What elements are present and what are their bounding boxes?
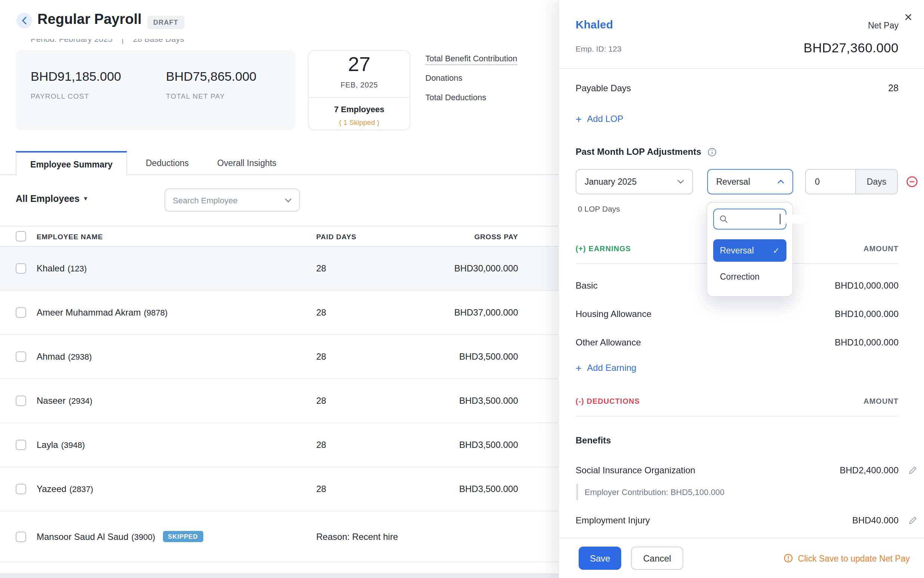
employee-id: (3900)	[131, 532, 156, 541]
bottom-scroll-strip[interactable]	[0, 573, 558, 578]
lop-adjustment-controls: January 2025 Reversal Days	[575, 169, 898, 195]
save-button[interactable]: Save	[579, 547, 622, 570]
deduction-amount: BHD40.000	[852, 515, 898, 526]
deductions-amount-label: AMOUNT	[864, 397, 898, 416]
dropdown-search-input[interactable]	[733, 214, 807, 224]
chevron-left-icon	[22, 16, 27, 25]
earning-label: Housing Allowance	[575, 309, 652, 319]
skipped-count: ( 1 Skipped )	[309, 118, 410, 127]
adjustment-type-select[interactable]: Reversal	[707, 169, 793, 195]
row-checkbox[interactable]	[16, 531, 26, 542]
paid-days: 28	[316, 484, 406, 494]
total-net-pay-label: TOTAL NET PAY	[166, 92, 256, 100]
net-pay-label: Net Pay	[868, 21, 898, 30]
drawer-footer: Save Cancel Click Save to update Net Pay	[559, 537, 924, 578]
dropdown-option-reversal[interactable]: Reversal ✓	[713, 239, 786, 262]
row-checkbox[interactable]	[16, 440, 26, 450]
table-row[interactable]: Naseer(2934) 28 BHD3,500.000	[0, 379, 558, 423]
app: Period: February 2025 | 28 Base Days Reg…	[0, 0, 924, 578]
payroll-summary-card: BHD91,185.000 PAYROLL COST BHD75,865.000…	[16, 50, 295, 130]
employee-name[interactable]: Ahmad	[37, 351, 65, 362]
chevron-up-icon	[778, 179, 784, 184]
lop-section-title: Past Month LOP Adjustments	[575, 143, 898, 161]
status-badge: DRAFT	[147, 16, 184, 29]
employee-name-link[interactable]: Khaled	[575, 18, 613, 31]
tab-deductions[interactable]: Deductions	[146, 151, 189, 174]
table-row[interactable]: Yazeed(2837) 28 BHD3,500.000	[0, 468, 558, 511]
edit-icon[interactable]	[908, 466, 917, 477]
employee-name[interactable]: Yazeed	[37, 484, 66, 494]
page-title: Regular Payroll	[37, 11, 142, 28]
edit-icon[interactable]	[908, 516, 917, 527]
info-icon[interactable]	[707, 147, 717, 157]
table-row[interactable]: Khaled(123) 28 BHD30,000.000	[0, 247, 558, 291]
employee-name[interactable]: Khaled	[37, 263, 65, 274]
row-checkbox[interactable]	[16, 263, 26, 274]
earning-amount: BHD10,000.000	[835, 337, 898, 348]
pay-date-day: 27	[309, 55, 410, 75]
back-button[interactable]	[16, 13, 32, 28]
table-row[interactable]: Ameer Muhammad Akram(9878) 28 BHD37,000.…	[0, 291, 558, 335]
employee-filter-dropdown[interactable]: All Employees▾	[16, 194, 87, 204]
row-checkbox[interactable]	[16, 307, 26, 318]
tab-employee-summary[interactable]: Employee Summary	[16, 151, 127, 176]
employee-id: (123)	[68, 264, 87, 273]
dropdown-search-box[interactable]	[713, 209, 786, 229]
gross-pay: BHD37,000.000	[406, 307, 518, 318]
deduction-row: Social Insurance Organization BHD2,400.0…	[575, 457, 898, 484]
deduction-label: Social Insurance Organization	[575, 465, 695, 476]
total-net-pay-metric: BHD75,865.000 TOTAL NET PAY	[166, 70, 256, 100]
row-checkbox[interactable]	[16, 396, 26, 406]
table-row[interactable]: Ahmad(2938) 28 BHD3,500.000	[0, 335, 558, 379]
paid-days: 28	[316, 440, 406, 450]
close-icon[interactable]: ✕	[901, 10, 916, 25]
table-row[interactable]: Layla(3948) 28 BHD3,500.000	[0, 423, 558, 468]
payable-days-label: Payable Days	[575, 83, 631, 94]
add-lop-button[interactable]: + Add LOP	[575, 107, 898, 131]
search-icon	[719, 214, 728, 224]
drawer-header: Khaled Net Pay Emp. ID: 123 BHD27,360.00…	[559, 0, 924, 69]
row-checkbox[interactable]	[16, 351, 26, 362]
net-pay-value: BHD27,360.000	[804, 41, 898, 56]
link-total-benefit-contribution[interactable]: Total Benefit Contribution	[425, 54, 517, 63]
remove-adjustment-icon[interactable]	[906, 176, 918, 188]
employee-name[interactable]: Ameer Muhammad Akram	[37, 307, 141, 318]
dropdown-option-correction[interactable]: Correction	[713, 262, 786, 292]
table-row[interactable]: Mansoor Saud Al Saud(3900)SKIPPED Reason…	[0, 511, 558, 562]
top-bar: Regular Payroll DRAFT	[0, 0, 558, 39]
employee-table: EMPLOYEE NAME PAID DAYS GROSS PAY Khaled…	[0, 226, 558, 562]
date-card-divider	[309, 97, 410, 98]
cancel-button[interactable]: Cancel	[631, 547, 683, 570]
caret-down-icon: ▾	[84, 195, 87, 202]
employee-name[interactable]: Mansoor Saud Al Saud	[37, 531, 128, 542]
row-checkbox[interactable]	[16, 484, 26, 494]
deduction-label: Employment Injury	[575, 515, 650, 526]
payroll-cost-value: BHD91,185.000	[31, 70, 121, 84]
lop-days-input[interactable]	[806, 170, 855, 194]
gross-pay: BHD3,500.000	[406, 440, 518, 450]
search-input[interactable]	[173, 195, 285, 205]
paid-days: 28	[316, 396, 406, 406]
month-select[interactable]: January 2025	[575, 169, 693, 195]
earning-amount: BHD10,000.000	[835, 281, 898, 291]
employee-id-label: Emp. ID: 123	[575, 44, 622, 53]
employee-search-combobox[interactable]	[164, 188, 300, 212]
employee-name[interactable]: Naseer	[37, 396, 65, 406]
link-donations[interactable]: Donations	[425, 73, 517, 82]
add-earning-button[interactable]: + Add Earning	[575, 357, 898, 379]
employee-name[interactable]: Layla	[37, 440, 58, 450]
link-total-deductions[interactable]: Total Deductions	[425, 93, 517, 102]
employee-id: (9878)	[144, 308, 168, 317]
employee-id: (3948)	[61, 440, 85, 450]
earnings-amount-label: AMOUNT	[864, 245, 898, 263]
tab-overall-insights[interactable]: Overall Insights	[217, 151, 277, 174]
save-warning: Click Save to update Net Pay	[784, 553, 910, 563]
drawer-body: Payable Days 28 + Add LOP Past Month LOP…	[559, 70, 924, 537]
adjustment-type-dropdown: Reversal ✓ Correction	[707, 202, 793, 297]
deductions-section-header: (-) DEDUCTIONS AMOUNT	[575, 397, 898, 417]
check-icon: ✓	[773, 246, 780, 255]
select-all-checkbox[interactable]	[16, 231, 26, 242]
text-cursor	[780, 214, 780, 224]
tab-bar: Employee Summary Deductions Overall Insi…	[0, 151, 558, 175]
payable-days-row: Payable Days 28	[575, 70, 898, 107]
